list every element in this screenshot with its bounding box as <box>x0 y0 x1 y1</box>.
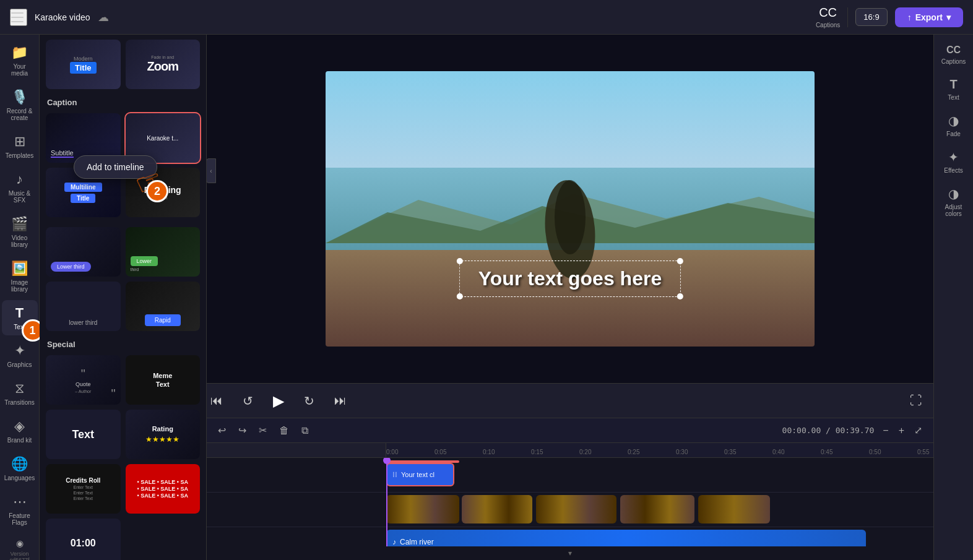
sidebar-item-label: Your media <box>6 63 34 77</box>
text-rp-label: Text <box>948 94 959 101</box>
export-chevron: ▾ <box>946 12 951 22</box>
captions-button[interactable]: CC Captions <box>816 6 840 28</box>
captions-icon: CC <box>819 6 837 20</box>
sidebar-item-languages[interactable]: 🌐 Languages <box>2 451 38 486</box>
aspect-ratio-button[interactable]: 16:9 <box>855 8 887 26</box>
captions-label: Captions <box>816 22 840 28</box>
zoom-controls: − + ⤢ <box>879 422 926 439</box>
sidebar-item-text[interactable]: T Text 1 <box>2 300 38 335</box>
lower-third-grid: Lower third Lower third lower third Rapi… <box>40 225 206 334</box>
meme-bottom-text: Text <box>156 381 170 388</box>
sidebar-item-brand-kit[interactable]: ◈ Brand kit <box>2 413 38 449</box>
sidebar-item-image-library[interactable]: 🖼️ Image library <box>2 256 38 298</box>
template-card-sale[interactable]: • SALE • SALE • SA • SALE • SALE • SA • … <box>126 464 201 514</box>
video-clip-1[interactable] <box>386 495 459 523</box>
popup-text: Add to timeline <box>87 162 144 172</box>
caption-section-title: Caption <box>40 92 206 111</box>
text-rp-icon: T <box>949 77 957 92</box>
text-clip[interactable]: ⁞⁞ Your text cl <box>386 463 454 486</box>
sidebar-item-your-media[interactable]: 📁 Your media <box>2 40 38 82</box>
skip-button[interactable]: ⏭ <box>331 390 350 411</box>
quote-author: – Author <box>75 389 91 394</box>
sidebar-item-label: Version cd5677f <box>6 551 34 560</box>
export-button[interactable]: ↑ Export ▾ <box>895 7 963 27</box>
multiline-line1: Multiline <box>64 183 102 192</box>
timeline-ruler: 0:00 0:05 0:10 0:15 0:20 0:25 0:30 0:35 … <box>207 443 933 458</box>
right-panel-effects[interactable]: ✦ Effects <box>936 145 972 179</box>
copy-button[interactable]: ⧉ <box>298 423 312 439</box>
credits-line2: Enter Text <box>74 491 93 495</box>
ruler-5: 0:05 <box>435 449 446 455</box>
rating-name: Rating <box>152 425 173 433</box>
preview-area: Your text goes here ⏮ ↺ ▶ ↻ ⏭ ⛶ <box>207 35 933 418</box>
ruler-25: 0:25 <box>628 449 639 455</box>
play-button[interactable]: ▶ <box>269 389 288 413</box>
audio-track-row: ♪ Calm river <box>207 527 933 546</box>
zoom-out-button[interactable]: − <box>879 423 892 439</box>
timeline-time-display: 00:00.00 / 00:39.70 <box>782 426 875 435</box>
fade-in-label: Fade in and <box>151 55 174 59</box>
meme-content: Meme Text <box>153 372 172 388</box>
ruler-35: 0:35 <box>724 449 736 455</box>
sidebar-item-feature-flags[interactable]: ⋯ Feature Flags <box>2 489 38 531</box>
forward-5s-button[interactable]: ↻ <box>300 390 318 412</box>
delete-button[interactable]: 🗑 <box>275 423 293 439</box>
fullscreen-button[interactable]: ⛶ <box>906 390 926 411</box>
handle-bl[interactable] <box>457 293 463 299</box>
template-card-credits[interactable]: Credits Roll Enter Text Enter Text Enter… <box>46 464 121 514</box>
left-sidebar: 📁 Your media 🎙️ Record & create ⊞ Templa… <box>0 35 40 560</box>
meme-top-text: Meme <box>153 372 172 379</box>
template-card-meme[interactable]: Meme Text <box>126 355 201 405</box>
template-card-lower-third-2[interactable]: lower third <box>46 282 121 331</box>
panel-collapse-indicator[interactable]: ▾ <box>207 546 933 560</box>
right-panel: CC Captions T Text ◑ Fade ✦ Effects ◑ Ad… <box>933 35 973 560</box>
right-panel-captions[interactable]: CC Captions <box>936 40 972 70</box>
video-clip-4[interactable] <box>620 495 694 523</box>
right-panel-text[interactable]: T Text <box>936 72 972 106</box>
project-name: Karaoke video <box>35 12 90 22</box>
transitions-icon: ⧖ <box>15 381 24 397</box>
template-card-lower-third-1[interactable]: Lower third <box>46 227 121 277</box>
sidebar-item-graphics[interactable]: ✦ Graphics <box>2 338 38 373</box>
menu-button[interactable] <box>10 9 27 26</box>
right-panel-fade[interactable]: ◑ Fade <box>936 108 972 142</box>
plunging-text: Plunging <box>144 185 181 195</box>
collapse-panel-button[interactable]: ‹ <box>207 158 216 183</box>
zoom-in-button[interactable]: + <box>895 423 908 439</box>
fit-button[interactable]: ⤢ <box>910 422 926 439</box>
video-clip-2[interactable] <box>462 495 532 523</box>
template-card-zoom[interactable]: Fade in and Zoom <box>126 40 201 89</box>
template-card-text[interactable]: Text <box>46 410 121 459</box>
template-card-rating[interactable]: Rating ★★★★★ <box>126 410 201 459</box>
right-panel-adjust-colors[interactable]: ◑ Adjust colors <box>936 181 972 222</box>
rewind-button[interactable]: ⏮ <box>207 390 227 411</box>
template-card-duration[interactable]: 01:00 <box>46 519 121 560</box>
cut-button[interactable]: ✂ <box>255 422 270 439</box>
quote-text: Quote <box>76 381 91 387</box>
handle-tl[interactable] <box>457 258 463 264</box>
undo-button[interactable]: ↩ <box>214 422 230 439</box>
sale-content: • SALE • SALE • SA • SALE • SALE • SA • … <box>137 479 188 499</box>
sidebar-item-templates[interactable]: ⊞ Templates <box>2 129 38 164</box>
sidebar-item-video-library[interactable]: 🎬 Video library <box>2 211 38 253</box>
template-card-lower-green[interactable]: Lower third <box>126 227 201 277</box>
video-track-content <box>386 493 933 527</box>
audio-clip[interactable]: ♪ Calm river <box>386 530 866 546</box>
text-card-text: Text <box>72 428 94 441</box>
effects-rp-icon: ✦ <box>948 150 959 165</box>
redo-button[interactable]: ↪ <box>235 422 250 439</box>
timeline-area: ↩ ↪ ✂ 🗑 ⧉ 00:00.00 / 00:39.70 − + ⤢ 0:00… <box>207 418 933 560</box>
back-5s-button[interactable]: ↺ <box>239 390 257 412</box>
sidebar-item-record[interactable]: 🎙️ Record & create <box>2 84 38 126</box>
sidebar-item-transitions[interactable]: ⧖ Transitions <box>2 376 38 411</box>
video-clip-3[interactable] <box>536 495 616 523</box>
add-to-timeline-popup[interactable]: Add to timeline <box>74 155 157 179</box>
sidebar-item-music[interactable]: ♪ Music & SFX <box>2 166 38 209</box>
template-card-modern-title[interactable]: Modern Title <box>46 40 121 89</box>
template-card-rapid[interactable]: Rapid <box>126 282 201 331</box>
template-card-quote[interactable]: " Quote – Author " <box>46 355 121 405</box>
quote-mark: " <box>81 367 85 381</box>
sidebar-item-version[interactable]: ◉ Version cd5677f <box>2 533 38 560</box>
video-clip-5[interactable] <box>698 495 770 523</box>
text-overlay-container[interactable]: Your text goes here <box>459 261 681 297</box>
